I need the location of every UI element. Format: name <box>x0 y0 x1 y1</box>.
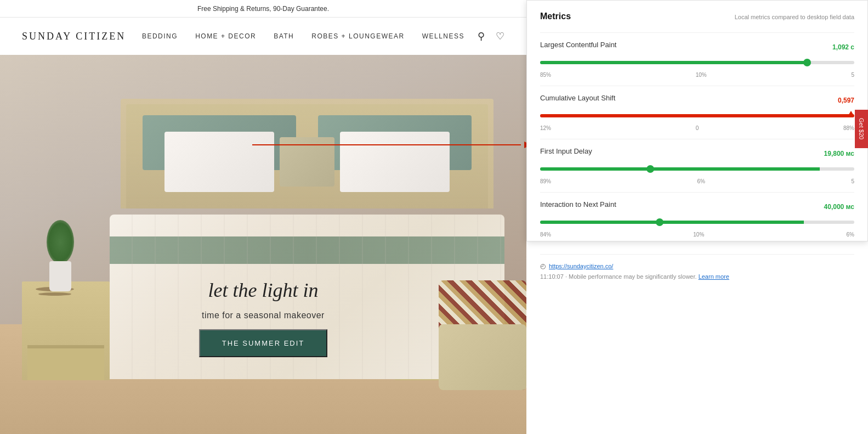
metric-inp-label-right: 6% <box>847 232 854 238</box>
metric-lcp-label-mid: 10% <box>696 72 707 78</box>
nav-home-decor[interactable]: HOME + DECOR <box>195 32 256 40</box>
metric-inp-value: 40,000 мс <box>824 203 854 211</box>
metric-cls-value: 0,597 <box>838 97 854 104</box>
metric-inp-label: Interaction to Next Paint <box>540 200 854 208</box>
metric-cls-track <box>540 114 854 117</box>
metric-fid-track <box>540 167 854 171</box>
metric-inp-green-bar <box>540 221 804 224</box>
metric-inp-dot <box>656 218 663 226</box>
hero-subheading: time for a seasonal makeover <box>202 311 325 320</box>
metric-inp-labels: 84% 10% 6% <box>540 232 854 238</box>
metric-cls-bar: 0,597 <box>540 108 854 123</box>
metric-lcp-dot <box>803 59 811 66</box>
panel-url-row: ◴ https://sundaycitizen.co/ <box>540 262 854 270</box>
hero-area: let the light in time for a seasonal mak… <box>0 55 526 434</box>
metric-fid-green-bar <box>540 167 820 171</box>
navigation: SUNDAY CITIZEN BEDDING HOME + DECOR BATH… <box>0 18 526 55</box>
nav-robes[interactable]: ROBES + LOUNGEWEAR <box>311 32 404 40</box>
metric-lcp-labels: 85% 10% 5 <box>540 72 854 78</box>
metric-cls-red-bar <box>540 114 854 117</box>
site-logo[interactable]: SUNDAY CITIZEN <box>22 31 126 42</box>
panel-timestamp-row: 11:10:07 · Mobile performance may be sig… <box>540 273 854 280</box>
metric-cls-label-left: 12% <box>540 125 551 131</box>
pillow-group <box>132 115 483 203</box>
monitor-icon: ◴ <box>540 262 546 270</box>
metric-row-inp: Interaction to Next Paint 40,000 мс 84% … <box>540 192 854 245</box>
metric-fid-dot <box>646 165 654 173</box>
metric-fid-labels: 89% 6% 5 <box>540 178 854 184</box>
metrics-title: Metrics <box>540 12 571 21</box>
metric-row-fid: First Input Delay 19,800 мс 89% 6% 5 <box>540 139 854 192</box>
metric-cls-labels: 12% 0 88% <box>540 125 854 131</box>
metric-lcp-value: 1,092 с <box>832 43 854 51</box>
nav-wellness[interactable]: WELLNESS <box>422 32 464 40</box>
announcement-bar: Free Shipping & Returns, 90-Day Guarante… <box>0 0 526 18</box>
metric-inp-label-left: 84% <box>540 232 551 238</box>
metric-fid-label-mid: 6% <box>697 178 705 184</box>
metric-lcp-label: Largest Contentful Paint <box>540 41 854 49</box>
panel-footer: ◴ https://sundaycitizen.co/ 11:10:07 · M… <box>540 254 854 280</box>
metric-fid-bar: 19,800 мс <box>540 161 854 176</box>
nav-icons-group: ⚲ ♡ <box>478 30 504 42</box>
metric-lcp-label-right: 5 <box>851 72 854 78</box>
hero-text-overlay: let the light in time for a seasonal mak… <box>0 279 526 357</box>
wishlist-icon[interactable]: ♡ <box>496 30 504 42</box>
nav-bedding[interactable]: BEDDING <box>142 32 178 40</box>
metrics-subtitle: Local metrics compared to desktop field … <box>735 14 854 20</box>
metric-fid-label-left: 89% <box>540 178 551 184</box>
nav-links: BEDDING HOME + DECOR BATH ROBES + LOUNGE… <box>142 32 464 40</box>
red-arrow-annotation <box>252 144 526 146</box>
learn-more-link[interactable]: Learn more <box>699 273 729 280</box>
panel-url[interactable]: https://sundaycitizen.co/ <box>549 263 613 269</box>
metric-cls-label-right: 88% <box>843 125 854 131</box>
metrics-panel: Metrics Local metrics compared to deskto… <box>526 0 868 241</box>
website-background: Free Shipping & Returns, 90-Day Guarante… <box>0 0 526 434</box>
metric-lcp-track <box>540 61 854 64</box>
panel-timestamp: 11:10:07 <box>540 273 564 280</box>
search-icon[interactable]: ⚲ <box>478 30 485 42</box>
announcement-text: Free Shipping & Returns, 90-Day Guarante… <box>197 5 329 13</box>
metric-lcp-label-left: 85% <box>540 72 551 78</box>
metric-inp-label-mid: 10% <box>693 232 704 238</box>
metric-cls-label-mid: 0 <box>696 125 699 131</box>
hero-heading: let the light in <box>208 279 319 302</box>
summer-edit-button[interactable]: THE SUMMER EDIT <box>199 329 328 357</box>
metric-fid-label-right: 5 <box>851 178 854 184</box>
get20-button[interactable]: Get $20 <box>855 110 868 148</box>
metric-lcp-bar: 1,092 с <box>540 54 854 70</box>
metric-cls-label: Cumulative Layout Shift <box>540 94 854 102</box>
metric-fid-value: 19,800 мс <box>824 150 854 157</box>
metric-lcp-green-bar <box>540 61 807 64</box>
metric-row-lcp: Largest Contentful Paint 1,092 с 85% 10%… <box>540 32 854 86</box>
metric-inp-bar: 40,000 мс <box>540 214 854 229</box>
metrics-header: Metrics Local metrics compared to deskto… <box>540 12 854 21</box>
metric-fid-label: First Input Delay <box>540 147 854 155</box>
metric-inp-track <box>540 221 854 224</box>
panel-note: Mobile performance may be significantly … <box>569 273 697 280</box>
metric-cls-marker <box>848 111 854 116</box>
nav-bath[interactable]: BATH <box>274 32 294 40</box>
metric-row-cls: Cumulative Layout Shift 0,597 12% 0 88% <box>540 86 854 139</box>
